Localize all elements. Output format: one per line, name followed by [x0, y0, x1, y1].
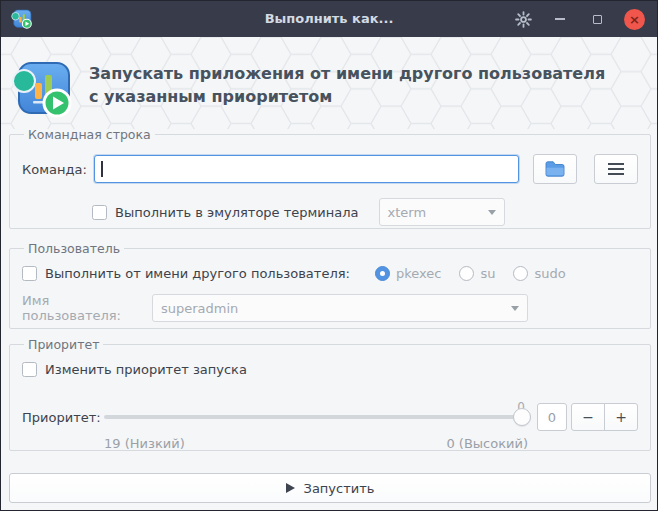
hamburger-icon	[608, 162, 624, 176]
titlebar: Выполнить как...	[1, 1, 657, 37]
change-priority-checkbox[interactable]	[22, 362, 37, 377]
app-logo	[11, 57, 75, 121]
command-input-wrap	[94, 155, 519, 183]
play-icon	[286, 483, 295, 493]
user-group: Пользователь Выполнить от имени другого …	[9, 241, 651, 329]
scale-low-label: 19 (Низкий)	[104, 436, 185, 451]
slider-handle[interactable]	[513, 408, 531, 426]
user-group-legend: Пользователь	[24, 241, 124, 256]
run-as-other-user-checkbox[interactable]	[22, 266, 37, 281]
page-title-line2: с указанным приоритетом	[89, 85, 605, 108]
app-window: Выполнить как...	[0, 0, 658, 511]
priority-slider[interactable]	[104, 408, 531, 426]
radio-su-label: su	[480, 266, 495, 281]
username-select[interactable]: superadmin	[152, 294, 528, 322]
gear-icon	[515, 11, 532, 28]
scale-high-label: 0 (Высокий)	[446, 436, 528, 451]
command-group-legend: Командная строка	[24, 127, 155, 142]
slider-scale: 19 (Низкий) 0 (Высокий)	[22, 436, 638, 451]
window-controls: ×	[513, 1, 645, 37]
radio-pkexec-label: pkexec	[396, 266, 442, 281]
username-label: Имя пользователя:	[22, 293, 152, 323]
priority-spin-value[interactable]: 0	[537, 403, 567, 431]
restore-icon	[593, 15, 602, 24]
minimize-button[interactable]	[550, 9, 570, 29]
run-as-other-user-label: Выполнить от имени другого пользователя:	[45, 266, 350, 281]
priority-label: Приоритет:	[22, 410, 104, 425]
chevron-down-icon	[511, 306, 519, 311]
radio-su-control	[459, 266, 474, 281]
radio-su[interactable]: su	[459, 266, 495, 281]
priority-group: Приоритет Изменить приоритет запуска 0 П…	[9, 337, 651, 451]
priority-group-legend: Приоритет	[24, 337, 103, 352]
increment-button[interactable]: +	[604, 403, 638, 431]
terminal-emulator-select[interactable]: xterm	[379, 198, 505, 226]
command-label: Команда:	[22, 162, 94, 177]
terminal-checkbox-label: Выполнить в эмуляторе терминала	[115, 205, 359, 220]
radio-pkexec-control	[375, 266, 390, 281]
menu-button[interactable]	[594, 154, 638, 184]
command-group: Командная строка Команда:	[9, 127, 651, 229]
run-button-label: Запустить	[304, 481, 375, 496]
chevron-down-icon	[488, 210, 496, 215]
slider-track	[104, 415, 531, 419]
radio-sudo-label: sudo	[534, 266, 565, 281]
decrement-button[interactable]: −	[571, 403, 605, 431]
page-title-line1: Запускать приложения от имени другого по…	[89, 62, 605, 85]
change-priority-label: Изменить приоритет запуска	[45, 362, 247, 377]
run-button[interactable]: Запустить	[9, 473, 651, 503]
radio-sudo[interactable]: sudo	[513, 266, 565, 281]
restore-button[interactable]	[587, 9, 607, 29]
settings-button[interactable]	[513, 9, 533, 29]
terminal-checkbox[interactable]	[92, 205, 107, 220]
terminal-emulator-value: xterm	[388, 205, 480, 220]
page-title: Запускать приложения от имени другого по…	[89, 62, 605, 108]
close-icon: ×	[629, 13, 640, 26]
radio-sudo-control	[513, 266, 528, 281]
priority-stepper: − +	[571, 403, 638, 431]
command-input[interactable]	[94, 155, 519, 183]
text-caret	[101, 161, 103, 177]
auth-method-radios: pkexec su sudo	[375, 266, 566, 281]
browse-file-button[interactable]	[533, 154, 577, 184]
minimize-icon	[555, 18, 565, 20]
radio-pkexec[interactable]: pkexec	[375, 266, 442, 281]
close-button[interactable]: ×	[624, 9, 645, 30]
username-value: superadmin	[161, 301, 503, 316]
folder-icon	[544, 160, 566, 178]
